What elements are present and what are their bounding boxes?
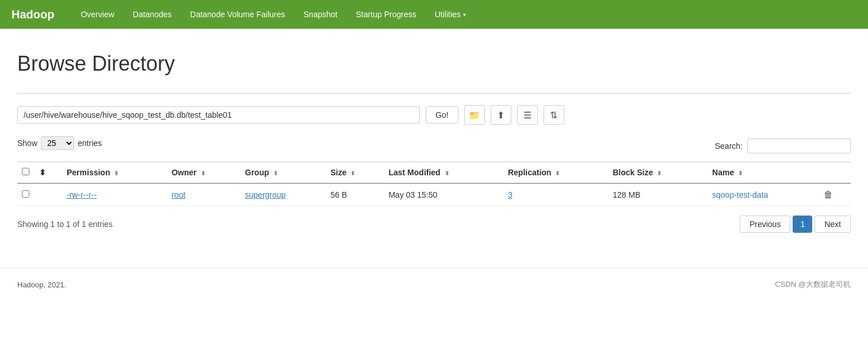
header-block-size[interactable]: Block Size ⬍ bbox=[608, 162, 708, 184]
nav-item-datanode-volume-failures[interactable]: Datanode Volume Failures bbox=[181, 2, 295, 27]
path-input[interactable] bbox=[17, 106, 420, 124]
nav-item-snapshot[interactable]: Snapshot bbox=[295, 2, 347, 27]
show-entries: Show 10 25 50 100 entries bbox=[17, 136, 102, 150]
entries-label: entries bbox=[78, 139, 102, 148]
nav-link-datanodes[interactable]: Datanodes bbox=[124, 2, 181, 27]
table-row: -rw-r--r-- root supergroup 56 B May 03 1… bbox=[17, 183, 851, 206]
list-icon: ☰ bbox=[523, 110, 531, 121]
folder-icon-button[interactable]: 📁 bbox=[464, 105, 485, 125]
row-owner: root bbox=[167, 183, 240, 206]
replication-link[interactable]: 3 bbox=[508, 190, 513, 199]
table-body: -rw-r--r-- root supergroup 56 B May 03 1… bbox=[17, 183, 851, 206]
sort-icon-owner: ⬍ bbox=[201, 170, 205, 176]
search-label: Search: bbox=[715, 141, 743, 151]
delete-icon[interactable]: 🗑 bbox=[824, 190, 833, 199]
row-delete: 🗑 bbox=[819, 183, 851, 206]
pagination: Previous 1 Next bbox=[740, 216, 851, 233]
group-link[interactable]: supergroup bbox=[245, 190, 286, 199]
divider bbox=[17, 93, 851, 94]
current-page-number[interactable]: 1 bbox=[793, 216, 812, 233]
owner-link[interactable]: root bbox=[171, 190, 185, 199]
path-bar: Go! 📁 ⬆ ☰ ⇅ bbox=[17, 105, 851, 125]
upload-icon-button[interactable]: ⬆ bbox=[491, 105, 511, 125]
row-sort-cell bbox=[35, 183, 62, 206]
header-owner[interactable]: Owner ⬍ bbox=[167, 162, 240, 184]
footer-left: Hadoop, 2021. bbox=[17, 280, 66, 289]
nav-link-snapshot[interactable]: Snapshot bbox=[295, 2, 347, 27]
navbar-brand[interactable]: Hadoop bbox=[12, 8, 54, 21]
row-name: sqoop-test-data bbox=[708, 183, 819, 206]
row-checkbox[interactable] bbox=[22, 190, 29, 198]
row-last-modified: May 03 15:50 bbox=[384, 183, 503, 206]
nav-item-datanodes[interactable]: Datanodes bbox=[124, 2, 181, 27]
header-replication[interactable]: Replication ⬍ bbox=[503, 162, 608, 184]
sort-down-icon: ⬍ bbox=[39, 168, 46, 177]
row-permission: -rw-r--r-- bbox=[62, 183, 167, 206]
sort-icon-block-size: ⬍ bbox=[657, 170, 661, 176]
header-row: ⬍ Permission ⬍ Owner ⬍ Group ⬍ Size ⬍ bbox=[17, 162, 851, 184]
row-group: supergroup bbox=[240, 183, 326, 206]
sort-icon-size: ⬍ bbox=[350, 170, 355, 176]
table-header: ⬍ Permission ⬍ Owner ⬍ Group ⬍ Size ⬍ bbox=[17, 162, 851, 184]
folder-icon: 📁 bbox=[469, 110, 480, 121]
entries-select[interactable]: 10 25 50 100 bbox=[41, 136, 74, 150]
select-all-checkbox[interactable] bbox=[22, 168, 29, 175]
footer: Hadoop, 2021. CSDN @大数据老司机 bbox=[0, 267, 868, 301]
nav-link-utilities[interactable]: Utilities ▾ bbox=[426, 2, 475, 27]
sort-icon-last-modified: ⬍ bbox=[445, 170, 449, 176]
nav-item-startup-progress[interactable]: Startup Progress bbox=[347, 2, 426, 27]
header-actions bbox=[819, 162, 851, 184]
search-box: Search: bbox=[715, 139, 851, 153]
row-replication: 3 bbox=[503, 183, 608, 206]
footer-right: CSDN @大数据老司机 bbox=[775, 279, 851, 290]
header-group[interactable]: Group ⬍ bbox=[240, 162, 326, 184]
nav-link-overview[interactable]: Overview bbox=[71, 2, 123, 27]
table-controls: Show 10 25 50 100 entries Search: bbox=[17, 136, 851, 156]
file-link[interactable]: sqoop-test-data bbox=[712, 190, 768, 199]
sort-icon-button[interactable]: ⇅ bbox=[544, 105, 564, 125]
pagination-row: Showing 1 to 1 of 1 entries Previous 1 N… bbox=[17, 216, 851, 233]
nav-link-datanode-volume-failures[interactable]: Datanode Volume Failures bbox=[181, 2, 295, 27]
sort-icon-permission: ⬍ bbox=[114, 170, 118, 176]
sort-icon-group: ⬍ bbox=[273, 170, 278, 176]
list-icon-button[interactable]: ☰ bbox=[517, 105, 538, 125]
navbar: Hadoop Overview Datanodes Datanode Volum… bbox=[0, 0, 868, 29]
navbar-nav: Overview Datanodes Datanode Volume Failu… bbox=[71, 2, 475, 27]
page-title: Browse Directory bbox=[17, 52, 851, 76]
header-last-modified[interactable]: Last Modified ⬍ bbox=[384, 162, 503, 184]
files-table: ⬍ Permission ⬍ Owner ⬍ Group ⬍ Size ⬍ bbox=[17, 162, 851, 206]
nav-item-utilities[interactable]: Utilities ▾ bbox=[426, 2, 475, 27]
search-input[interactable] bbox=[747, 139, 851, 153]
row-block-size: 128 MB bbox=[608, 183, 708, 206]
main-content: Browse Directory Go! 📁 ⬆ ☰ ⇅ Show 10 25 … bbox=[0, 29, 868, 244]
showing-text: Showing 1 to 1 of 1 entries bbox=[17, 220, 113, 229]
row-size: 56 B bbox=[326, 183, 384, 206]
sort-icon-name: ⬍ bbox=[738, 170, 743, 176]
sort-icon: ⇅ bbox=[550, 110, 557, 121]
row-checkbox-cell bbox=[17, 183, 35, 206]
go-button[interactable]: Go! bbox=[426, 106, 458, 124]
header-size[interactable]: Size ⬍ bbox=[326, 162, 384, 184]
show-label: Show bbox=[17, 139, 37, 148]
header-permission[interactable]: Permission ⬍ bbox=[62, 162, 167, 184]
header-checkbox-col bbox=[17, 162, 35, 184]
permission-link[interactable]: -rw-r--r-- bbox=[67, 190, 97, 199]
upload-icon: ⬆ bbox=[497, 110, 504, 121]
next-button[interactable]: Next bbox=[815, 216, 851, 233]
header-sort-icon[interactable]: ⬍ bbox=[35, 162, 62, 184]
nav-item-overview[interactable]: Overview bbox=[71, 2, 123, 27]
header-name[interactable]: Name ⬍ bbox=[708, 162, 819, 184]
sort-icon-replication: ⬍ bbox=[555, 170, 560, 176]
dropdown-arrow-icon: ▾ bbox=[463, 11, 466, 18]
nav-link-startup-progress[interactable]: Startup Progress bbox=[347, 2, 426, 27]
previous-button[interactable]: Previous bbox=[740, 216, 790, 233]
